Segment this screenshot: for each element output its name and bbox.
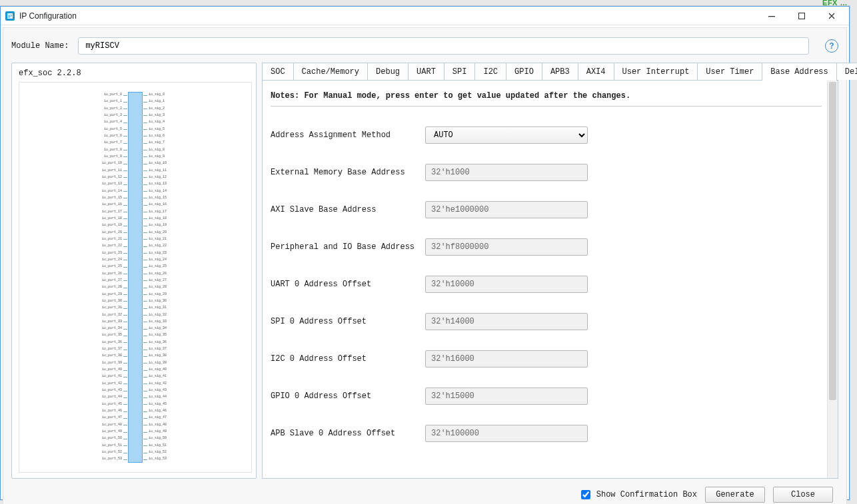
- close-button[interactable]: Close: [773, 487, 833, 503]
- tab-debug[interactable]: Debug: [367, 63, 409, 80]
- minimize-button[interactable]: [756, 7, 786, 25]
- chip-port-line: io_sig_6: [143, 134, 170, 138]
- chip-port-line: io_port_6: [99, 134, 127, 138]
- client-area: Module Name: ? efx_soc 2.2.8 io_port_0io…: [3, 27, 847, 504]
- tab-spi[interactable]: SPI: [444, 63, 476, 80]
- address-row-value[interactable]: [425, 350, 588, 368]
- module-name-input[interactable]: [78, 37, 809, 55]
- chip-port-line: io_sig_27: [143, 279, 172, 282]
- tab-i2c[interactable]: I2C: [474, 63, 506, 80]
- chip-port-line: io_sig_12: [143, 176, 172, 179]
- chip-port-line: io_port_47: [97, 416, 127, 419]
- chip-port-line: io_port_10: [97, 162, 127, 165]
- module-name-label: Module Name:: [11, 41, 69, 51]
- method-label: Address Assignment Method: [271, 130, 425, 140]
- chip-port-line: io_sig_13: [143, 182, 172, 186]
- address-row: Peripheral and IO Base Address: [271, 238, 822, 256]
- chip-port-line: io_sig_2: [143, 107, 170, 111]
- address-row: UART 0 Address Offset: [271, 276, 822, 293]
- chip-port-line: io_sig_23: [143, 252, 172, 255]
- chip-port-line: io_port_48: [97, 423, 127, 427]
- address-row-label: Peripheral and IO Base Address: [271, 242, 425, 252]
- address-method-select[interactable]: AUTO: [425, 126, 588, 144]
- chip-port-line: io_port_50: [97, 437, 127, 440]
- vertical-scrollbar[interactable]: [827, 81, 838, 478]
- tab-gpio[interactable]: GPIO: [506, 63, 542, 80]
- chip-port-line: io_port_21: [97, 238, 127, 241]
- confirmation-checkbox[interactable]: [581, 490, 590, 499]
- chip-port-line: io_port_41: [97, 375, 127, 378]
- tab-base-address[interactable]: Base Address: [762, 63, 836, 80]
- address-row: External Memory Base Address: [271, 164, 822, 181]
- help-button[interactable]: ?: [825, 39, 838, 53]
- address-row-label: External Memory Base Address: [271, 168, 425, 177]
- method-row: Address Assignment Method AUTO: [271, 126, 822, 144]
- svg-rect-4: [798, 13, 804, 19]
- chip-port-line: io_port_36: [97, 341, 127, 344]
- svg-rect-3: [768, 16, 775, 17]
- close-window-button[interactable]: [816, 7, 846, 25]
- maximize-button[interactable]: [786, 7, 816, 25]
- chip-port-line: io_port_31: [97, 306, 127, 310]
- ip-preview-panel: efx_soc 2.2.8 io_port_0io_port_1io_port_…: [11, 63, 257, 479]
- chip-port-line: io_port_44: [97, 395, 127, 399]
- chip-port-line: io_sig_11: [143, 169, 172, 172]
- chip-port-line: io_sig_19: [143, 224, 172, 227]
- chip-port-line: io_port_37: [97, 348, 127, 351]
- address-row-value[interactable]: [425, 313, 588, 330]
- confirmation-checkbox-label: Show Confirmation Box: [596, 490, 697, 499]
- address-row-value[interactable]: [425, 201, 588, 218]
- chip-core-block: [128, 92, 143, 463]
- tab-deliverables[interactable]: Deliverables: [836, 63, 857, 80]
- chip-port-line: io_port_17: [97, 210, 127, 214]
- chip-port-line: io_port_39: [97, 362, 127, 365]
- address-row-value[interactable]: [425, 276, 588, 293]
- chip-port-line: io_sig_52: [143, 451, 172, 454]
- chip-port-line: io_sig_37: [143, 348, 172, 351]
- chip-port-line: io_port_42: [97, 382, 127, 385]
- chip-port-line: io_sig_0: [143, 93, 170, 97]
- window-title: IP Configuration: [19, 11, 77, 21]
- chip-port-line: io_port_18: [97, 217, 127, 220]
- chip-port-line: io_port_13: [97, 182, 127, 186]
- address-row-value[interactable]: [425, 238, 588, 256]
- tab-axi4[interactable]: AXI4: [578, 63, 614, 80]
- generate-button[interactable]: Generate: [705, 487, 765, 503]
- chip-port-line: io_sig_24: [143, 258, 172, 262]
- chip-port-line: io_sig_20: [143, 231, 172, 234]
- address-row-label: GPIO 0 Address Offset: [271, 391, 425, 401]
- config-panel: SOCCache/MemoryDebugUARTSPII2CGPIOAPB3AX…: [262, 63, 838, 479]
- tab-apb3[interactable]: APB3: [542, 63, 578, 80]
- address-row-value[interactable]: [425, 164, 588, 181]
- confirmation-checkbox-row[interactable]: Show Confirmation Box: [578, 488, 697, 501]
- chip-port-line: io_sig_16: [143, 203, 172, 206]
- chip-port-line: io_port_4: [99, 121, 127, 124]
- chip-port-line: io_sig_10: [143, 162, 172, 165]
- chip-port-line: io_port_11: [97, 169, 127, 172]
- tab-user-interrupt[interactable]: User Interrupt: [614, 63, 698, 80]
- chip-port-line: io_sig_33: [143, 320, 172, 324]
- address-row-value[interactable]: [425, 387, 588, 405]
- chip-port-line: io_port_33: [97, 320, 127, 324]
- chip-port-line: io_sig_14: [143, 190, 172, 193]
- chip-port-line: io_sig_43: [143, 389, 172, 392]
- tab-user-timer[interactable]: User Timer: [697, 63, 762, 80]
- scrollbar-thumb[interactable]: [829, 82, 836, 400]
- chip-port-line: io_port_35: [97, 334, 127, 337]
- address-row-value[interactable]: [425, 425, 588, 442]
- chip-port-line: io_sig_8: [143, 148, 170, 152]
- chip-port-line: io_sig_49: [143, 430, 172, 433]
- chip-port-line: io_sig_42: [143, 382, 172, 385]
- tab-soc[interactable]: SOC: [262, 63, 294, 80]
- chip-port-line: io_sig_3: [143, 114, 170, 117]
- chip-port-line: io_port_28: [97, 286, 127, 289]
- tab-uart[interactable]: UART: [408, 63, 444, 80]
- chip-port-line: io_sig_15: [143, 196, 172, 200]
- chip-port-line: io_port_51: [97, 444, 127, 447]
- tab-body: Notes: For Manual mode, press enter to g…: [262, 81, 838, 479]
- chip-port-line: io_port_12: [97, 176, 127, 179]
- chip-port-line: io_port_27: [97, 279, 127, 282]
- block-diagram-thumbnail: io_port_0io_port_1io_port_2io_port_3io_p…: [19, 82, 252, 473]
- chip-port-line: io_sig_29: [143, 293, 172, 296]
- tab-cache-memory[interactable]: Cache/Memory: [293, 63, 368, 80]
